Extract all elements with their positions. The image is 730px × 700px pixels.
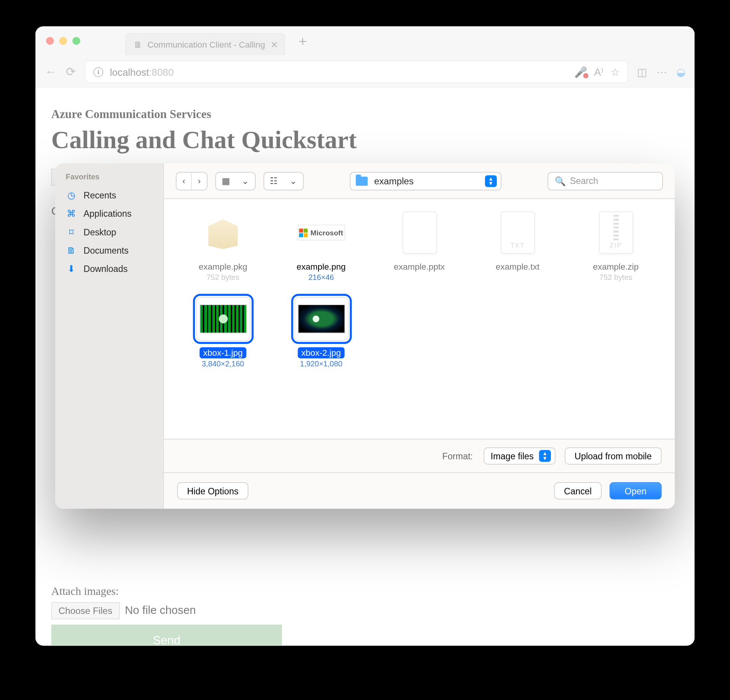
sidebar-item-desktop[interactable]: ⌑Desktop [55,223,163,241]
browser-tab[interactable]: 🗎 Communication Client - Calling ✕ [125,33,285,56]
folder-name: examples [374,176,414,186]
updown-icon: ▲▼ [539,450,551,462]
sidebar-item-label: Desktop [83,227,116,237]
minimize-window-button[interactable] [59,37,67,45]
download-icon: ⬇ [66,264,77,274]
upload-from-mobile-button[interactable]: Upload from mobile [565,447,661,465]
file-thumbnail [589,211,643,254]
sidebar-item-documents[interactable]: 🗎Documents [55,241,163,259]
reload-button[interactable]: ⟳ [66,65,76,79]
new-tab-button[interactable]: ＋ [296,32,309,50]
view-group-segment[interactable]: ☷ ⌄ [263,172,304,190]
choose-files-button[interactable]: Choose Files [51,602,120,619]
search-placeholder: Search [570,176,598,186]
file-item[interactable]: example.pkg752 bytes [180,211,266,281]
window-controls [46,37,80,45]
folder-dropdown[interactable]: examples ▲▼ [350,172,501,190]
read-aloud-icon[interactable]: A⁾ [594,66,604,78]
file-thumbnail: Microsoft [294,211,348,254]
address-host: localhost [110,66,149,77]
view-icon-segment[interactable]: ▦ ⌄ [215,172,256,190]
file-item[interactable]: example.txt [474,211,561,281]
file-name: example.zip [589,261,643,272]
tab-title: Communication Client - Calling [147,40,265,50]
file-name: example.png [293,261,350,272]
file-meta: 752 bytes [599,273,632,281]
sidebar-header: Favorites [55,171,163,186]
apps-icon: ⌘ [66,208,77,219]
sidebar-item-label: Downloads [83,264,128,274]
address-port: :8080 [149,66,174,77]
sidebar-item-applications[interactable]: ⌘Applications [55,204,163,222]
file-thumbnail [491,211,545,254]
back-button[interactable]: ← [45,65,56,78]
zoom-window-button[interactable] [72,37,80,45]
address-bar[interactable]: i localhost:8080 🎤 A⁾ ☆ [85,61,628,83]
file-name: example.txt [492,261,544,272]
nav-forward-button[interactable]: › [192,172,207,189]
sidebar-item-downloads[interactable]: ⬇Downloads [55,260,163,278]
format-bar: Format: Image files ▲▼ Upload from mobil… [164,439,675,472]
sidebar-item-label: Recents [83,190,116,200]
file-thumbnail [294,297,348,340]
sidebar-item-label: Documents [83,245,128,255]
site-info-icon[interactable]: i [93,67,103,77]
dialog-toolbar: ‹ › ▦ ⌄ ☷ ⌄ examples ▲▼ [164,163,675,199]
more-icon[interactable]: ⋯ [656,66,667,78]
toolbar: ← ⟳ i localhost:8080 🎤 A⁾ ☆ ◫ ⋯ ◒ [35,55,695,88]
collections-icon[interactable]: ◫ [637,66,647,78]
format-value: Image files [491,451,534,461]
close-window-button[interactable] [46,37,54,45]
nav-back-button[interactable]: ‹ [176,172,191,189]
file-name: xbox-2.jpg [298,347,345,358]
group-view-icon: ☷ [264,172,284,189]
sidebar-item-recents[interactable]: ◷Recents [55,186,163,204]
sidebar-item-label: Applications [83,209,131,219]
file-grid: example.pkg752 bytesMicrosoftexample.png… [164,199,675,439]
file-meta: 3,840×2,160 [202,360,244,368]
browser-window: 🗎 Communication Client - Calling ✕ ＋ ← ⟳… [35,26,695,646]
format-label: Format: [442,451,473,461]
microphone-icon[interactable]: 🎤 [574,66,588,78]
folder-icon [356,176,368,185]
nav-segment: ‹ › [176,172,207,190]
no-file-chosen-label: No file chosen [125,605,196,616]
updown-icon: ▲▼ [485,175,497,187]
close-tab-button[interactable]: ✕ [271,39,279,50]
cancel-button[interactable]: Cancel [554,482,602,499]
chevron-down-icon: ⌄ [284,172,303,189]
file-open-dialog: Favorites ◷Recents⌘Applications⌑Desktop🗎… [55,163,675,509]
search-input[interactable]: 🔍 Search [548,172,663,190]
file-name: example.pkg [195,261,251,272]
icon-view-icon: ▦ [216,172,235,189]
file-item[interactable]: example.zip752 bytes [573,211,659,281]
copilot-icon[interactable]: ◒ [676,66,685,78]
doc-icon: 🗎 [66,245,77,256]
file-thumbnail [392,211,447,254]
favorite-icon[interactable]: ☆ [610,66,620,78]
file-item[interactable]: Microsoftexample.png216×46 [278,211,365,281]
hide-options-button[interactable]: Hide Options [177,482,248,499]
open-button[interactable]: Open [610,482,662,499]
chevron-down-icon: ⌄ [235,172,255,189]
file-meta: 752 bytes [207,273,239,281]
desktop-icon: ⌑ [66,227,77,237]
clock-icon: ◷ [66,190,77,200]
attach-label: Attach images: [51,586,679,597]
file-thumbnail [196,297,250,340]
format-dropdown[interactable]: Image files ▲▼ [483,447,556,465]
file-meta: 216×46 [308,273,334,281]
file-item[interactable]: example.pptx [376,211,463,281]
file-name: example.pptx [390,261,449,272]
file-thumbnail [196,211,250,254]
file-item[interactable]: xbox-2.jpg1,920×1,080 [278,297,365,368]
search-icon: 🔍 [555,176,566,186]
file-item[interactable]: xbox-1.jpg3,840×2,160 [180,297,266,368]
sidebar: Favorites ◷Recents⌘Applications⌑Desktop🗎… [55,163,164,509]
file-name: xbox-1.jpg [199,347,247,358]
page-subtitle: Azure Communication Services [51,108,679,120]
titlebar: 🗎 Communication Client - Calling ✕ ＋ [35,26,695,55]
send-button[interactable]: Send [51,625,282,646]
page-icon: 🗎 [134,40,142,50]
file-meta: 1,920×1,080 [300,360,342,368]
